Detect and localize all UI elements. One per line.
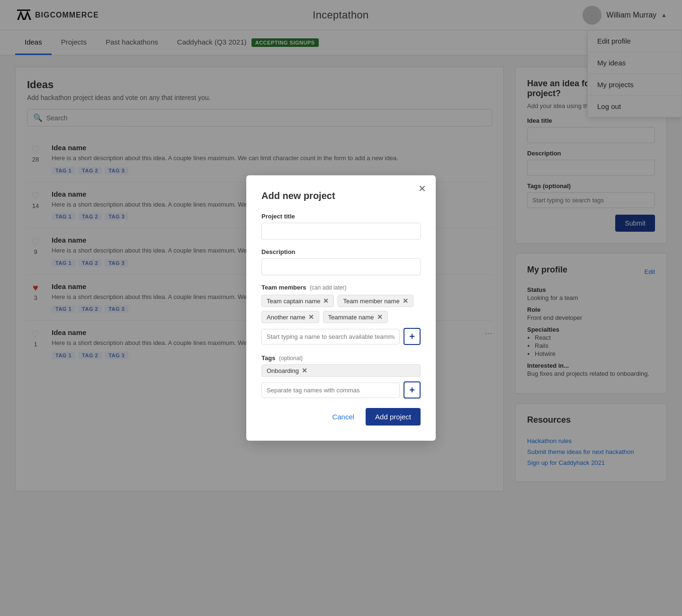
modal-team-members-label: Team members (can add later) (261, 284, 421, 291)
tags-optional-note: (optional) (279, 355, 303, 362)
chip-remove-button[interactable]: ✕ (403, 297, 408, 305)
chip-label: Team member name (343, 298, 399, 305)
add-project-button[interactable]: Add project (366, 408, 421, 426)
team-chip: Team member name ✕ (338, 295, 413, 307)
cancel-button[interactable]: Cancel (326, 408, 360, 426)
chip-label: Teammate name (328, 314, 374, 321)
teammates-search-input[interactable] (261, 329, 400, 344)
modal-description-input[interactable] (261, 258, 421, 275)
chip-label: Team captain name (267, 298, 320, 305)
chip-label: Another name (267, 314, 305, 321)
modal-title: Add new project (261, 190, 421, 201)
modal-description-label: Description (261, 248, 421, 255)
team-chips-area: Team captain name ✕ Team member name ✕ A… (261, 295, 421, 323)
tags-search-area: + (261, 381, 421, 399)
modal-project-title-label: Project title (261, 213, 421, 220)
chip-remove-button[interactable]: ✕ (323, 297, 329, 305)
modal-overlay[interactable]: ✕ Add new project Project title Descript… (0, 0, 682, 503)
tag-chip-remove-button[interactable]: ✕ (302, 367, 307, 374)
existing-tag-chip: Onboarding ✕ (261, 364, 421, 377)
teammates-search-area: + (261, 328, 421, 345)
team-chip: Teammate name ✕ (323, 311, 388, 323)
existing-tag-label: Onboarding (267, 367, 299, 374)
add-tag-button[interactable]: + (404, 381, 421, 399)
add-project-modal: ✕ Add new project Project title Descript… (246, 175, 436, 441)
modal-close-button[interactable]: ✕ (418, 183, 426, 194)
modal-actions: Cancel Add project (261, 408, 421, 426)
team-chip: Another name ✕ (261, 311, 319, 323)
tags-search-input[interactable] (261, 382, 400, 398)
chip-remove-button[interactable]: ✕ (308, 313, 314, 321)
modal-tags-label: Tags (optional) (261, 354, 421, 362)
chip-remove-button[interactable]: ✕ (377, 313, 383, 321)
modal-project-title-input[interactable] (261, 223, 421, 240)
add-teammate-button[interactable]: + (404, 328, 421, 345)
team-chip: Team captain name ✕ (261, 295, 334, 307)
team-members-note: (can add later) (310, 284, 346, 291)
